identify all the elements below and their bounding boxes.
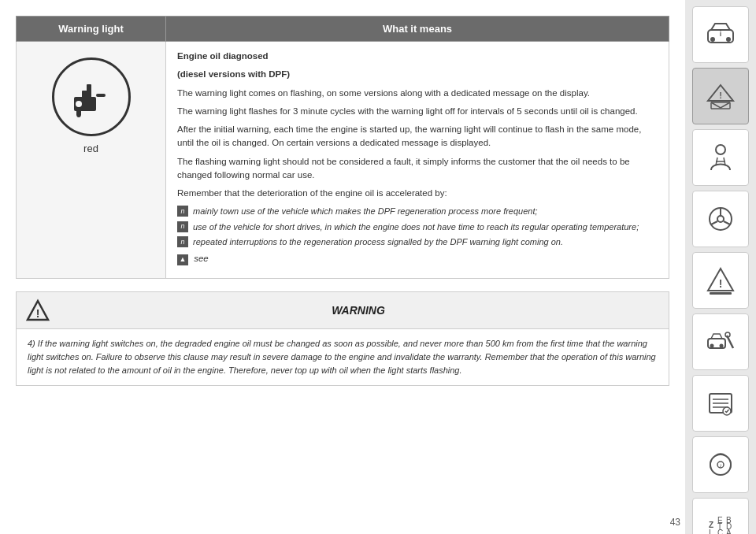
svg-text:!: ! bbox=[719, 277, 723, 290]
sidebar-btn-warning-mail[interactable]: ! bbox=[692, 68, 749, 124]
warning-title: WARNING bbox=[57, 304, 659, 317]
see-icon: ▲ bbox=[177, 254, 188, 265]
bullet-list: n mainly town use of the vehicle which m… bbox=[177, 205, 658, 249]
warning-box: ! WARNING 4) If the warning light switch… bbox=[16, 291, 669, 386]
svg-text:♪: ♪ bbox=[719, 462, 722, 468]
sidebar-btn-person[interactable] bbox=[692, 129, 749, 186]
svg-rect-27 bbox=[710, 292, 732, 295]
content-para5: Remember that the deterioration of the e… bbox=[177, 187, 658, 200]
bullet-icon-3: n bbox=[177, 236, 188, 247]
content-title2: (diesel versions with DPF) bbox=[177, 68, 658, 81]
warning-mail-icon: ! bbox=[705, 80, 736, 112]
steering-wheel-icon bbox=[705, 203, 736, 235]
content-para4: The flashing warning light should not be… bbox=[177, 155, 658, 183]
svg-line-24 bbox=[724, 221, 730, 224]
svg-text:i: i bbox=[720, 30, 722, 38]
content-title1: Engine oil diagnosed bbox=[177, 50, 658, 63]
hazard-icon: ! bbox=[705, 265, 736, 296]
warning-header: ! WARNING bbox=[17, 292, 669, 329]
bullet-item-2: n use of the vehicle for short drives, i… bbox=[177, 221, 658, 234]
sidebar-btn-music-nav[interactable]: ♪ bbox=[692, 436, 749, 493]
warning-light-cell: red bbox=[17, 42, 166, 279]
content-para3: After the initial warning, each time the… bbox=[177, 123, 658, 150]
svg-point-30 bbox=[720, 344, 724, 348]
car-info-icon: i bbox=[705, 19, 736, 50]
settings-list-icon bbox=[705, 388, 736, 419]
svg-rect-6 bbox=[76, 111, 81, 115]
svg-text:!: ! bbox=[719, 91, 722, 100]
svg-rect-3 bbox=[96, 94, 106, 97]
bullet-icon-2: n bbox=[177, 221, 188, 232]
red-label: red bbox=[24, 143, 158, 154]
sidebar-btn-car-info[interactable]: i bbox=[692, 6, 749, 63]
content-para6: ▲ see bbox=[177, 252, 658, 265]
car-wrench-icon bbox=[705, 326, 736, 358]
svg-point-4 bbox=[76, 101, 82, 107]
bullet-item-3: n repeated interruptions to the regenera… bbox=[177, 235, 658, 249]
svg-text:!: ! bbox=[36, 307, 40, 320]
svg-line-23 bbox=[711, 221, 717, 224]
oil-warning-icon-circle bbox=[52, 57, 131, 136]
bullet-icon-1: n bbox=[177, 206, 188, 217]
sidebar-btn-car-wrench[interactable] bbox=[692, 313, 749, 370]
sidebar-btn-hazard[interactable]: ! bbox=[692, 252, 749, 309]
svg-point-11 bbox=[726, 37, 731, 42]
svg-point-21 bbox=[717, 216, 724, 222]
svg-point-16 bbox=[716, 145, 725, 154]
what-it-means-cell: Engine oil diagnosed (diesel versions wi… bbox=[166, 42, 669, 279]
right-sidebar: i ! ! bbox=[685, 0, 756, 534]
svg-text:I: I bbox=[709, 528, 711, 534]
sidebar-btn-steering-wheel[interactable] bbox=[692, 191, 749, 247]
svg-text:T: T bbox=[717, 522, 722, 531]
content-para1: The warning light comes on flashing, on … bbox=[177, 87, 658, 100]
content-para2: The warning light flashes for 3 minute c… bbox=[177, 105, 658, 118]
sidebar-btn-settings-list[interactable] bbox=[692, 375, 749, 432]
page-number: 43 bbox=[670, 517, 680, 528]
svg-point-10 bbox=[710, 37, 715, 42]
col-what-it-means: What it means bbox=[166, 17, 669, 42]
info-table: Warning light What it means bbox=[16, 16, 669, 279]
music-nav-icon: ♪ bbox=[705, 449, 736, 480]
person-icon bbox=[705, 142, 736, 173]
main-content: Warning light What it means bbox=[0, 0, 685, 534]
svg-point-29 bbox=[710, 344, 714, 348]
alphabet-icon: Z E B I C A T D bbox=[705, 510, 736, 534]
oil-can-icon bbox=[68, 73, 115, 121]
warning-triangle-icon: ! bbox=[26, 299, 50, 322]
sidebar-btn-alphabet[interactable]: Z E B I C A T D bbox=[692, 498, 749, 534]
svg-text:D: D bbox=[726, 522, 732, 531]
svg-rect-2 bbox=[87, 84, 91, 92]
col-warning-light: Warning light bbox=[17, 17, 166, 42]
warning-body: 4) If the warning light switches on, the… bbox=[17, 329, 669, 385]
bullet-item-1: n mainly town use of the vehicle which m… bbox=[177, 205, 658, 218]
